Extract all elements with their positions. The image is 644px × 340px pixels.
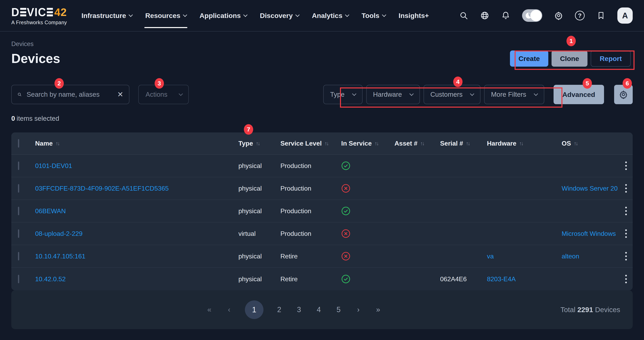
row-checkbox[interactable] (18, 229, 19, 238)
row-menu-kebab-icon[interactable] (622, 184, 630, 192)
service-level: Retire (280, 276, 341, 283)
device-name-link[interactable]: 10.10.47.105:161 (35, 252, 238, 260)
row-checkbox[interactable] (18, 184, 19, 192)
row-checkbox[interactable] (18, 252, 19, 260)
clear-search-icon[interactable]: ✕ (117, 91, 123, 98)
device-name-link[interactable]: 03FFCDFE-873D-4F09-902E-A51EF1CD5365 (35, 185, 238, 192)
user-avatar[interactable]: A (617, 8, 633, 24)
device-type: physical (238, 162, 280, 170)
gear-icon (619, 90, 628, 99)
search-icon (17, 91, 22, 98)
row-menu-kebab-icon[interactable] (622, 229, 630, 238)
actions-dropdown[interactable]: Actions (138, 85, 189, 104)
nav-item-resources[interactable]: Resources (145, 9, 186, 22)
pagination-page-1[interactable]: 1 (245, 300, 264, 319)
page-content: Devices Devices Create Clone Report ✕ Ac… (0, 40, 644, 329)
selection-status: 0items selected (11, 115, 633, 122)
in-service-cell (341, 161, 394, 170)
annotation-badge-7: 7 (244, 124, 253, 135)
hardware-cell: va (487, 252, 562, 260)
pagination-page-4[interactable]: 4 (315, 306, 323, 314)
search-input[interactable] (27, 91, 112, 98)
row-menu-kebab-icon[interactable] (622, 207, 630, 215)
nav-item-analytics[interactable]: Analytics (312, 9, 349, 22)
in-service-check-icon (341, 206, 350, 216)
pagination-page-3[interactable]: 3 (295, 306, 303, 314)
annotation-badge-1: 1 (566, 36, 576, 46)
table-row: 10.42.0.52 physical Retire 062A4E6 8203-… (11, 268, 633, 290)
nav-menu: Infrastructure Resources Applications Di… (81, 9, 429, 22)
select-all-checkbox[interactable] (18, 139, 19, 148)
device-name-link[interactable]: 10.42.0.52 (35, 276, 238, 283)
table-row: 06BEWAN physical Production (11, 200, 633, 222)
table-row: 10.10.47.105:161 physical Retire va alte… (11, 245, 633, 268)
navbar-right-icons: ? A (459, 8, 633, 24)
device-type: physical (238, 252, 280, 260)
sort-icon: ↑↓ (56, 140, 59, 146)
settings-gear-icon[interactable] (554, 11, 563, 20)
device-name-link[interactable]: 06BEWAN (35, 207, 238, 215)
pagination: «‹12345›» (205, 300, 382, 319)
column-header-asset-[interactable]: Asset # ↑↓ (394, 140, 440, 147)
service-level: Production (280, 185, 341, 192)
chevron-down-icon (128, 12, 133, 17)
os-link[interactable]: alteon (562, 252, 579, 260)
device-type: virtual (238, 230, 280, 238)
nav-item-applications[interactable]: Applications (200, 9, 247, 22)
help-icon[interactable]: ? (575, 11, 585, 20)
logo-subtitle: A Freshworks Company (11, 20, 67, 26)
column-header-type[interactable]: Type ↑↓ (238, 140, 280, 147)
row-checkbox[interactable] (18, 275, 19, 283)
nav-item-insights-[interactable]: Insights+ (398, 9, 429, 22)
device42-logo[interactable]: DVIC 42 A Freshworks Company (11, 6, 67, 26)
nav-item-discovery[interactable]: Discovery (260, 9, 299, 22)
column-header-hardware[interactable]: Hardware ↑↓ (487, 140, 562, 147)
pagination-first[interactable]: « (205, 306, 214, 314)
device-name-link[interactable]: 0101-DEV01 (35, 162, 238, 170)
pagination-next[interactable]: › (354, 306, 362, 314)
in-service-check-icon (341, 161, 350, 170)
pagination-prev[interactable]: ‹ (225, 306, 233, 314)
selection-label: items selected (16, 115, 59, 122)
column-header-serial-[interactable]: Serial # ↑↓ (440, 140, 487, 147)
row-checkbox[interactable] (18, 207, 19, 215)
nav-item-tools[interactable]: Tools (362, 9, 386, 22)
device-type: physical (238, 207, 280, 215)
in-service-cell (341, 252, 394, 261)
row-menu-kebab-icon[interactable] (622, 275, 630, 283)
pagination-page-5[interactable]: 5 (334, 306, 342, 314)
pagination-last[interactable]: » (374, 306, 382, 314)
bookmark-icon[interactable] (596, 11, 606, 20)
chevron-down-icon (295, 12, 300, 17)
row-menu-kebab-icon[interactable] (622, 162, 630, 170)
column-header-in-service[interactable]: In Service ↑↓ (341, 140, 394, 147)
device-name-link[interactable]: 08-upload-2-229 (35, 230, 238, 238)
os-link[interactable]: Windows Server 20 (562, 185, 618, 192)
chevron-down-icon (345, 12, 349, 17)
notifications-bell-icon[interactable] (501, 11, 510, 20)
device42-app: DVIC 42 A Freshworks Company Infrastruct… (0, 0, 644, 340)
service-level: Production (280, 230, 341, 238)
column-header-service-level[interactable]: Service Level ↑↓ (280, 140, 341, 147)
search-icon[interactable] (459, 11, 468, 20)
sort-icon: ↑↓ (256, 140, 260, 146)
annotation-badge-6: 6 (622, 78, 632, 89)
hardware-link[interactable]: va (487, 252, 494, 260)
pagination-page-2[interactable]: 2 (275, 306, 283, 314)
device-search-box: ✕ (11, 85, 130, 104)
row-menu-kebab-icon[interactable] (622, 252, 630, 260)
os-link[interactable]: Microsoft Windows (562, 230, 616, 237)
in-service-cell (341, 206, 394, 216)
theme-toggle[interactable] (522, 9, 542, 22)
in-service-x-icon (341, 184, 350, 193)
total-count: Total 2291 Devices (560, 306, 620, 314)
column-header-name[interactable]: Name ↑↓ (35, 140, 238, 147)
nav-item-infrastructure[interactable]: Infrastructure (81, 9, 132, 22)
column-header-os[interactable]: OS ↑↓ (562, 140, 622, 147)
hardware-link[interactable]: 8203-E4A (487, 276, 516, 283)
chevron-down-icon (382, 12, 386, 17)
globe-icon[interactable] (480, 11, 489, 20)
row-checkbox[interactable] (18, 162, 19, 170)
table-settings-gear-button[interactable] (614, 85, 633, 104)
page-title: Devices (11, 51, 60, 66)
